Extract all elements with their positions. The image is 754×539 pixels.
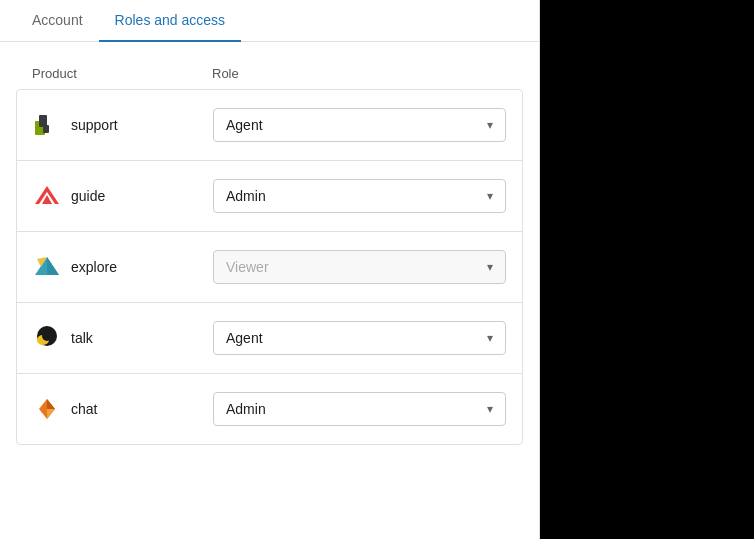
- main-panel: Account Roles and access Product Role: [0, 0, 540, 539]
- product-name-talk: talk: [71, 330, 93, 346]
- table-row: talk Agent ▾: [17, 303, 522, 374]
- chevron-down-icon: ▾: [487, 402, 493, 416]
- role-select-guide[interactable]: Admin ▾: [213, 179, 506, 213]
- product-info-chat: chat: [33, 395, 213, 423]
- tab-roles[interactable]: Roles and access: [99, 0, 242, 42]
- table-row: support Agent ▾: [17, 90, 522, 161]
- role-select-support[interactable]: Agent ▾: [213, 108, 506, 142]
- role-col-header: Role: [212, 66, 507, 81]
- product-name-guide: guide: [71, 188, 105, 204]
- svg-point-11: [42, 331, 52, 341]
- support-icon: [33, 111, 61, 139]
- tab-account[interactable]: Account: [16, 0, 99, 42]
- selected-role-talk: Agent: [226, 330, 263, 346]
- selected-role-support: Agent: [226, 117, 263, 133]
- product-name-explore: explore: [71, 259, 117, 275]
- svg-marker-14: [47, 409, 55, 419]
- svg-marker-7: [47, 257, 59, 275]
- chevron-down-icon: ▾: [487, 189, 493, 203]
- select-box-talk[interactable]: Agent ▾: [213, 321, 506, 355]
- right-panel: [540, 0, 754, 539]
- table-row: chat Admin ▾: [17, 374, 522, 444]
- selected-role-explore: Viewer: [226, 259, 269, 275]
- chevron-down-icon: ▾: [487, 118, 493, 132]
- table-row: guide Admin ▾: [17, 161, 522, 232]
- tab-bar: Account Roles and access: [0, 0, 539, 42]
- svg-rect-2: [43, 125, 49, 133]
- chevron-down-icon: ▾: [487, 331, 493, 345]
- role-select-talk[interactable]: Agent ▾: [213, 321, 506, 355]
- explore-icon: [33, 253, 61, 281]
- talk-icon: [33, 324, 61, 352]
- select-box-chat[interactable]: Admin ▾: [213, 392, 506, 426]
- content-area: Product Role support: [0, 42, 539, 445]
- svg-marker-13: [47, 399, 55, 409]
- select-box-guide[interactable]: Admin ▾: [213, 179, 506, 213]
- chat-icon: [33, 395, 61, 423]
- guide-icon: [33, 182, 61, 210]
- product-name-chat: chat: [71, 401, 97, 417]
- product-info-guide: guide: [33, 182, 213, 210]
- selected-role-chat: Admin: [226, 401, 266, 417]
- product-info-talk: talk: [33, 324, 213, 352]
- product-name-support: support: [71, 117, 118, 133]
- select-box-support[interactable]: Agent ▾: [213, 108, 506, 142]
- table-row: explore Viewer ▾: [17, 232, 522, 303]
- product-col-header: Product: [32, 66, 212, 81]
- selected-role-guide: Admin: [226, 188, 266, 204]
- product-list: support Agent ▾: [16, 89, 523, 445]
- chevron-down-icon: ▾: [487, 260, 493, 274]
- product-info-explore: explore: [33, 253, 213, 281]
- select-box-explore: Viewer ▾: [213, 250, 506, 284]
- role-select-explore: Viewer ▾: [213, 250, 506, 284]
- column-headers: Product Role: [16, 66, 523, 89]
- role-select-chat[interactable]: Admin ▾: [213, 392, 506, 426]
- product-info-support: support: [33, 111, 213, 139]
